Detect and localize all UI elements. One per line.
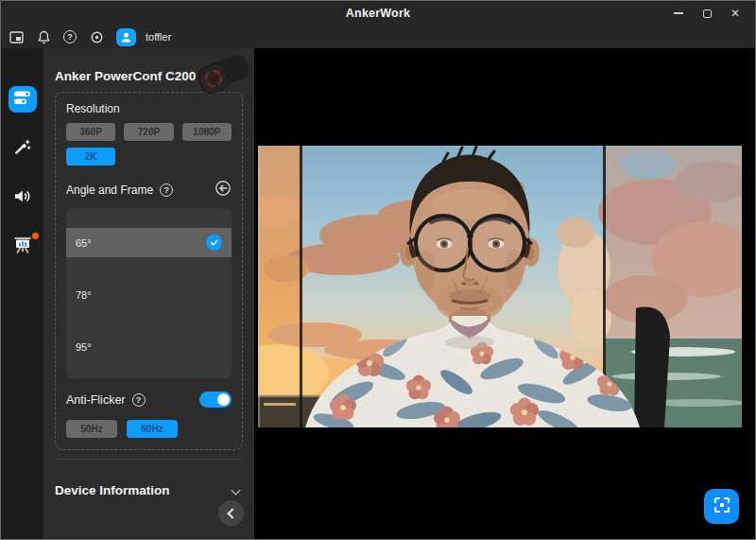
angle-option-label: 78° bbox=[76, 289, 92, 301]
webcam-preview-image bbox=[258, 146, 742, 427]
resolution-360p-button[interactable]: 360P bbox=[66, 123, 115, 141]
device-information-section[interactable]: Device Information bbox=[55, 459, 243, 497]
angle-option-95[interactable]: 95° bbox=[66, 332, 232, 361]
resolution-2k-button[interactable]: 2K bbox=[66, 148, 115, 165]
anti-flicker-toggle[interactable] bbox=[199, 392, 232, 408]
sidebar-item-camera-settings[interactable] bbox=[9, 86, 37, 113]
anti-flicker-help-icon[interactable]: ? bbox=[132, 393, 146, 407]
sidebar bbox=[1, 48, 43, 539]
app-title: AnkerWork bbox=[1, 1, 755, 26]
device-information-label: Device Information bbox=[55, 483, 170, 497]
minimize-icon bbox=[674, 12, 683, 13]
close-button[interactable]: ✕ bbox=[721, 1, 749, 26]
app-window: AnkerWork ✕ ? toffler bbox=[0, 0, 756, 540]
camera-settings-group: Resolution 360P 720P 1080P 2K Angle and … bbox=[55, 92, 243, 450]
resolution-label: Resolution bbox=[66, 102, 232, 115]
sidebar-item-image-enhance[interactable] bbox=[9, 135, 37, 162]
user-avatar[interactable] bbox=[116, 28, 136, 46]
titlebar: AnkerWork ✕ bbox=[1, 1, 755, 26]
pip-window-icon[interactable] bbox=[9, 29, 24, 44]
close-icon: ✕ bbox=[730, 8, 740, 19]
check-icon bbox=[206, 235, 222, 251]
auto-framing-button[interactable] bbox=[704, 489, 739, 524]
sidebar-item-presentation[interactable] bbox=[9, 234, 37, 260]
username[interactable]: toffler bbox=[146, 31, 171, 43]
anti-flicker-options: 50Hz 60Hz bbox=[66, 420, 232, 438]
angle-option-65[interactable]: 65° bbox=[66, 228, 232, 257]
maximize-icon bbox=[703, 9, 712, 18]
flicker-60hz-button[interactable]: 60Hz bbox=[127, 420, 178, 438]
resolution-options: 360P 720P 1080P 2K bbox=[66, 123, 232, 165]
gear-icon[interactable] bbox=[89, 29, 104, 44]
notification-dot bbox=[32, 233, 39, 239]
angle-reset-button[interactable] bbox=[215, 180, 232, 200]
resolution-720p-button[interactable]: 720P bbox=[124, 123, 173, 141]
angle-option-label: 65° bbox=[76, 237, 92, 249]
collapse-panel-button[interactable] bbox=[218, 500, 244, 526]
toggle-knob bbox=[217, 393, 230, 406]
angle-frame-label: Angle and Frame bbox=[66, 183, 153, 197]
userbar: ? toffler bbox=[1, 26, 755, 48]
flicker-50hz-button[interactable]: 50Hz bbox=[66, 420, 117, 438]
webcam-preview bbox=[258, 146, 742, 427]
chevron-down-icon bbox=[232, 486, 241, 496]
help-icon[interactable]: ? bbox=[63, 30, 77, 44]
resolution-1080p-button[interactable]: 1080P bbox=[182, 123, 232, 141]
maximize-button[interactable] bbox=[693, 1, 721, 26]
camera-settings-icon bbox=[13, 90, 31, 110]
angle-option-label: 95° bbox=[76, 341, 92, 353]
angle-option-78[interactable]: 78° bbox=[66, 280, 232, 309]
settings-panel: Anker PowerConf C200 Resolution 360P 720… bbox=[43, 48, 254, 539]
window-controls: ✕ bbox=[664, 1, 749, 26]
auto-framing-icon bbox=[713, 496, 731, 518]
magic-wand-icon bbox=[13, 138, 31, 160]
video-preview-area bbox=[254, 48, 755, 539]
anti-flicker-label: Anti-Flicker bbox=[66, 393, 126, 407]
sidebar-item-audio[interactable] bbox=[9, 184, 37, 211]
notifications-bell-icon[interactable] bbox=[36, 29, 51, 44]
minimize-button[interactable] bbox=[664, 1, 693, 26]
angle-options-list: 65° 78° 95° bbox=[66, 208, 232, 378]
device-name: Anker PowerConf C200 bbox=[55, 69, 243, 83]
presentation-board-icon bbox=[13, 236, 32, 258]
chevron-left-icon bbox=[227, 508, 237, 518]
angle-frame-help-icon[interactable]: ? bbox=[160, 183, 173, 197]
speaker-icon bbox=[13, 188, 32, 208]
